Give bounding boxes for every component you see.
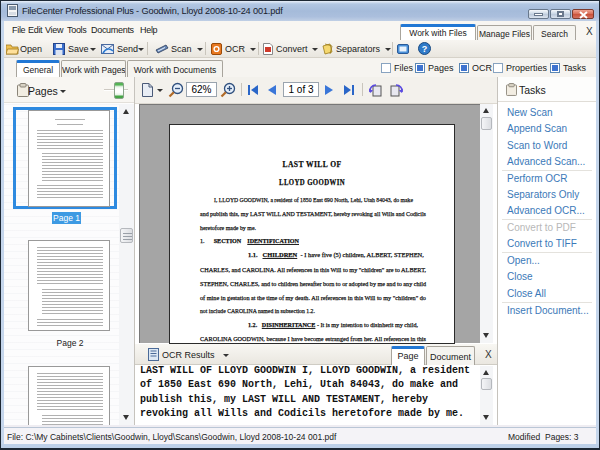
- svg-text:?: ?: [422, 44, 428, 54]
